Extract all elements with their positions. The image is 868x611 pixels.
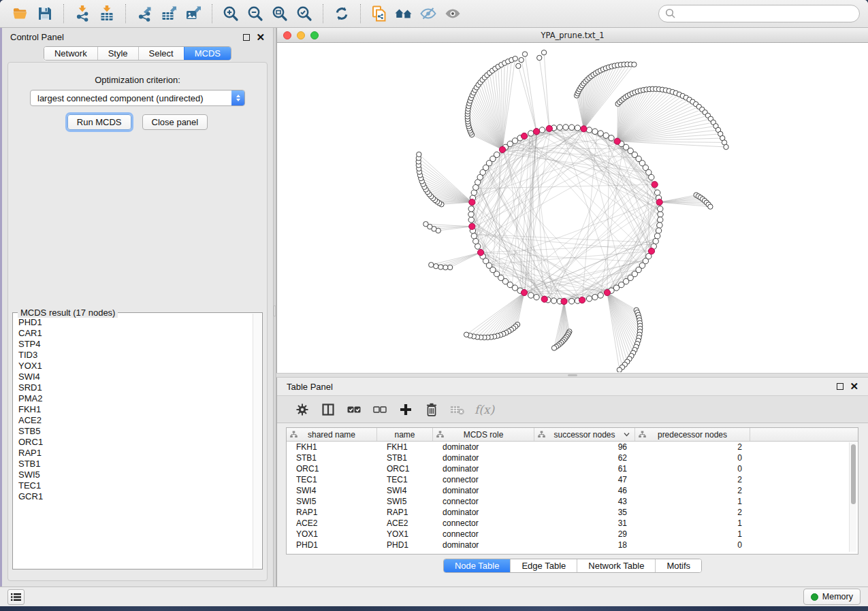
result-item[interactable]: PHD1 <box>18 317 253 328</box>
memory-button[interactable]: Memory <box>803 589 861 605</box>
delete-row-icon[interactable] <box>421 399 442 420</box>
panel-menu-button[interactable] <box>7 589 25 605</box>
close-panel-button[interactable]: Close panel <box>142 114 208 130</box>
control-panel-tabs: NetworkStyleSelectMCDS <box>2 46 273 62</box>
table-cell: 96 <box>534 442 635 452</box>
zoom-in-icon[interactable] <box>219 3 243 24</box>
column-header-predecessor-nodes[interactable]: predecessor nodes <box>635 428 750 441</box>
result-item[interactable]: PMA2 <box>18 393 253 404</box>
clone-network-icon[interactable] <box>367 3 391 24</box>
node-table: shared namenameMCDS rolesuccessor nodesp… <box>286 427 858 555</box>
result-item[interactable]: STB5 <box>18 426 253 437</box>
refresh-view-icon[interactable] <box>329 3 354 24</box>
zoom-selected-icon[interactable] <box>292 3 317 24</box>
table-row[interactable]: SWI5SWI5connector431 <box>287 496 858 507</box>
horizontal-splitter[interactable] <box>276 373 868 378</box>
status-bar: Memory <box>0 587 868 606</box>
table-row[interactable]: ORC1ORC1dominator610 <box>287 463 858 474</box>
table-cell: ORC1 <box>287 463 377 474</box>
export-image-icon[interactable] <box>181 3 206 24</box>
result-item[interactable]: TEC1 <box>18 480 253 491</box>
result-item[interactable]: CAR1 <box>18 328 253 339</box>
result-list-scrollbar[interactable] <box>253 314 261 568</box>
table-row[interactable]: STB1STB1dominator620 <box>287 452 858 463</box>
column-header-MCDS-role[interactable]: MCDS role <box>433 428 534 441</box>
tab-network-table[interactable]: Network Table <box>577 559 655 572</box>
table-row[interactable]: YOX1YOX1connector291 <box>287 529 858 540</box>
result-item[interactable]: STB1 <box>18 459 253 469</box>
open-file-icon[interactable] <box>8 3 33 24</box>
tab-edge-table[interactable]: Edge Table <box>510 559 577 572</box>
network-graph[interactable] <box>277 43 868 372</box>
table-cell: 2 <box>635 474 750 485</box>
zoom-fit-icon[interactable] <box>268 3 292 24</box>
table-scrollbar-thumb[interactable] <box>851 444 856 504</box>
tab-network[interactable]: Network <box>44 47 97 60</box>
horizontal-splitter-grip[interactable] <box>568 374 577 376</box>
table-scrollbar[interactable] <box>849 442 856 552</box>
column-header-successor-nodes[interactable]: successor nodes <box>534 428 635 441</box>
table-row[interactable]: ACE2ACE2connector311 <box>287 518 858 529</box>
save-session-icon[interactable] <box>33 3 57 24</box>
run-mcds-button[interactable]: Run MCDS <box>67 114 131 130</box>
tab-motifs[interactable]: Motifs <box>655 559 701 572</box>
function-builder-icon[interactable]: f(x) <box>475 403 494 416</box>
import-network-icon[interactable] <box>70 3 95 24</box>
table-row[interactable]: FKH1FKH1dominator962 <box>287 442 858 452</box>
table-row[interactable]: TEC1TEC1connector472 <box>287 474 858 485</box>
delete-table-icon[interactable] <box>447 399 468 420</box>
tab-select[interactable]: Select <box>138 47 184 60</box>
table-cell: 2 <box>635 442 750 452</box>
result-item[interactable]: YOX1 <box>18 361 253 371</box>
vertical-splitter-grip[interactable] <box>274 306 276 316</box>
main-toolbar <box>0 0 868 28</box>
network-canvas[interactable] <box>277 43 868 372</box>
import-table-icon[interactable] <box>95 3 119 24</box>
column-header-shared-name[interactable]: shared name <box>287 428 377 441</box>
search-input[interactable] <box>658 5 860 22</box>
export-table-icon[interactable] <box>157 3 181 24</box>
result-item[interactable]: GCR1 <box>18 491 253 502</box>
table-cell: 18 <box>534 540 635 550</box>
result-item[interactable]: TID3 <box>18 350 253 361</box>
table-settings-icon[interactable] <box>292 399 312 420</box>
tab-mcds[interactable]: MCDS <box>184 47 231 60</box>
result-item[interactable]: RAP1 <box>18 448 253 459</box>
table-row[interactable]: SWI4SWI4dominator462 <box>287 485 858 496</box>
result-item[interactable]: ACE2 <box>18 415 253 426</box>
table-row[interactable]: RAP1RAP1dominator352 <box>287 507 858 518</box>
optimization-criterion-select[interactable]: largest connected component (undirected) <box>30 90 245 106</box>
result-item[interactable]: FKH1 <box>18 404 253 415</box>
table-row[interactable]: PHD1PHD1dominator180 <box>287 540 858 550</box>
select-all-icon[interactable] <box>344 399 364 420</box>
hide-selected-icon[interactable] <box>416 3 440 24</box>
control-panel-title: Control Panel <box>10 32 64 42</box>
show-all-icon[interactable] <box>440 3 465 24</box>
result-item[interactable]: SRD1 <box>18 382 253 393</box>
tab-node-table[interactable]: Node Table <box>444 559 511 572</box>
close-panel-icon[interactable]: ✕ <box>256 34 265 41</box>
deselect-all-icon[interactable] <box>370 399 390 420</box>
first-neighbors-icon[interactable] <box>391 3 416 24</box>
column-header-name[interactable]: name <box>377 428 433 441</box>
float-panel-icon[interactable] <box>243 34 250 41</box>
table-cell: 2 <box>635 507 750 518</box>
memory-status-icon <box>811 593 818 601</box>
table-cell: PHD1 <box>377 540 433 550</box>
close-panel-icon[interactable]: ✕ <box>850 383 858 390</box>
search-field[interactable] <box>676 9 853 19</box>
add-row-icon[interactable] <box>396 399 416 420</box>
float-panel-icon[interactable] <box>837 383 843 390</box>
node-table-header: shared namenameMCDS rolesuccessor nodesp… <box>287 428 858 442</box>
result-item[interactable]: ORC1 <box>18 437 253 448</box>
zoom-out-icon[interactable] <box>243 3 268 24</box>
mcds-result-list[interactable]: PHD1CAR1STP4TID3YOX1SWI4SRD1PMA2FKH1ACE2… <box>14 314 253 568</box>
table-cell: 46 <box>534 485 635 496</box>
result-item[interactable]: SWI4 <box>18 371 253 382</box>
result-item[interactable]: STP4 <box>18 339 253 350</box>
column-visibility-icon[interactable] <box>318 399 338 420</box>
tab-style[interactable]: Style <box>97 47 138 60</box>
result-item[interactable]: SWI5 <box>18 469 253 480</box>
network-window-titlebar[interactable]: YPA_prune.txt_1 <box>277 28 868 43</box>
export-network-icon[interactable] <box>132 3 157 24</box>
